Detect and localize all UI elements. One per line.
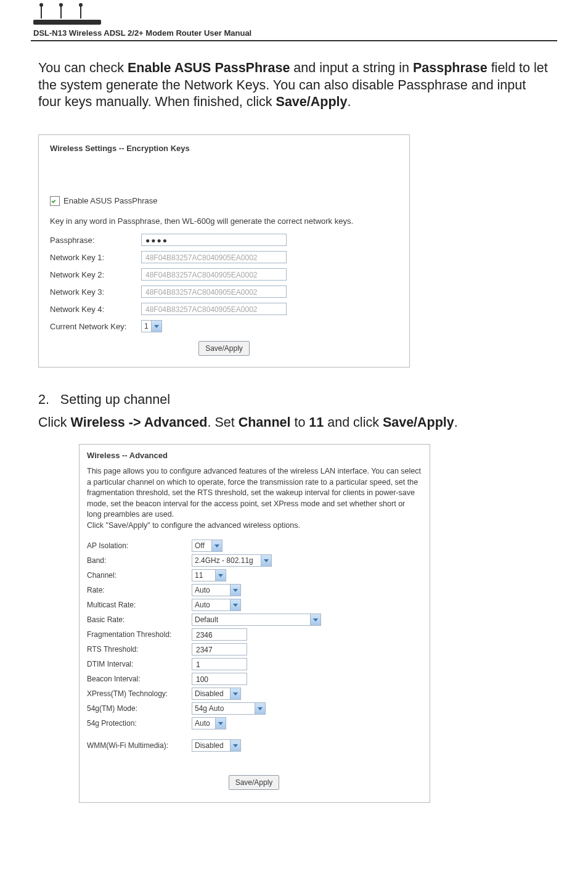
fragmentation-threshold-input[interactable]: 2346 [192,628,247,641]
enable-passphrase-row: Enable ASUS PassPhrase [50,196,398,206]
channel-label: Channel: [87,571,192,580]
save-apply-button[interactable]: Save/Apply [198,341,250,356]
g54-mode-label: 54g(TM) Mode: [87,704,192,713]
wmm-select[interactable]: Disabled [192,739,241,752]
g54-mode-select[interactable]: 54g Auto [192,702,266,715]
current-network-key-select[interactable]: 1 [141,320,162,332]
dtim-interval-label: DTIM Interval: [87,660,192,668]
g54-protection-label: 54g Protection: [87,719,192,728]
basic-rate-label: Basic Rate: [87,615,192,624]
network-key-4-label: Network Key 4: [50,305,141,314]
manual-title: DSL-N13 Wireless ADSL 2/2+ Modem Router … [33,28,251,38]
network-key-2-label: Network Key 2: [50,270,141,279]
chevron-down-icon [230,599,240,610]
panel2-desc: This page allows you to configure advanc… [87,466,421,531]
xpress-technology-label: XPress(TM) Technology: [87,689,192,698]
wireless-advanced-panel: Wireless -- Advanced This page allows yo… [79,444,430,803]
network-key-4-row: Network Key 4: 48F04B83257AC8040905EA000… [50,303,398,315]
network-key-3-label: Network Key 3: [50,287,141,297]
enable-passphrase-label: Enable ASUS PassPhrase [63,196,157,205]
save-apply-button-2[interactable]: Save/Apply [229,775,280,790]
current-network-key-row: Current Network Key: 1 [50,320,398,332]
chevron-down-icon [151,321,161,332]
chevron-down-icon [261,555,271,566]
panel1-title: Wireless Settings -- Encryption Keys [50,144,398,153]
ap-isolation-label: AP Isolation: [87,541,192,550]
rate-select[interactable]: Auto [192,584,241,596]
basic-rate-select[interactable]: Default [192,614,321,626]
beacon-interval-input[interactable]: 100 [192,673,247,685]
xpress-technology-select[interactable]: Disabled [192,688,241,700]
enable-passphrase-checkbox[interactable] [50,196,60,206]
chevron-down-icon [310,614,321,625]
beacon-interval-label: Beacon Interval: [87,675,192,683]
chevron-down-icon [215,718,226,729]
chevron-down-icon [230,585,240,596]
logo-antennas [31,0,557,20]
wmm-label: WMM(Wi-Fi Multimedia): [87,741,192,750]
intro-paragraph: You can check Enable ASUS PassPhrase and… [0,41,588,117]
chevron-down-icon [255,703,265,714]
network-key-3-row: Network Key 3: 48F04B83257AC8040905EA000… [50,285,398,298]
network-key-1-input[interactable]: 48F04B83257AC8040905EA0002 [141,251,287,263]
current-network-key-label: Current Network Key: [50,322,141,331]
g54-protection-select[interactable]: Auto [192,717,226,729]
rate-label: Rate: [87,586,192,594]
chevron-down-icon [215,570,226,581]
multicast-rate-label: Multicast Rate: [87,601,192,609]
network-key-2-row: Network Key 2: 48F04B83257AC8040905EA000… [50,268,398,281]
dtim-interval-input[interactable]: 1 [192,658,247,670]
chevron-down-icon [211,540,222,551]
network-key-4-input[interactable]: 48F04B83257AC8040905EA0002 [141,303,287,315]
panel2-title: Wireless -- Advanced [87,451,421,460]
band-label: Band: [87,556,192,565]
multicast-rate-select[interactable]: Auto [192,599,241,611]
network-key-3-input[interactable]: 48F04B83257AC8040905EA0002 [141,285,287,298]
page-header: DSL-N13 Wireless ADSL 2/2+ Modem Router … [0,0,588,41]
encryption-keys-panel: Wireless Settings -- Encryption Keys Ena… [38,134,410,368]
chevron-down-icon [230,740,240,751]
passphrase-row: Passphrase: ●●●● [50,234,398,246]
channel-select[interactable]: 11 [192,569,226,581]
panel1-desc: Key in any word in Passphrase, then WL-6… [50,216,398,227]
passphrase-input[interactable]: ●●●● [141,234,287,246]
chevron-down-icon [230,688,240,699]
ap-isolation-select[interactable]: Off [192,540,223,552]
network-key-1-row: Network Key 1: 48F04B83257AC8040905EA000… [50,251,398,263]
rts-threshold-input[interactable]: 2347 [192,643,247,655]
step-2-instruction: Click Wireless -> Advanced. Set Channel … [0,411,588,442]
step-2-heading: 2. Setting up channel [0,368,588,411]
network-key-1-label: Network Key 1: [50,253,141,262]
network-key-2-input[interactable]: 48F04B83257AC8040905EA0002 [141,268,287,281]
fragmentation-threshold-label: Fragmentation Threshold: [87,630,192,639]
rts-threshold-label: RTS Threshold: [87,645,192,654]
band-select[interactable]: 2.4GHz - 802.11g [192,554,272,567]
passphrase-label: Passphrase: [50,236,141,245]
logo-router-body [33,20,101,25]
